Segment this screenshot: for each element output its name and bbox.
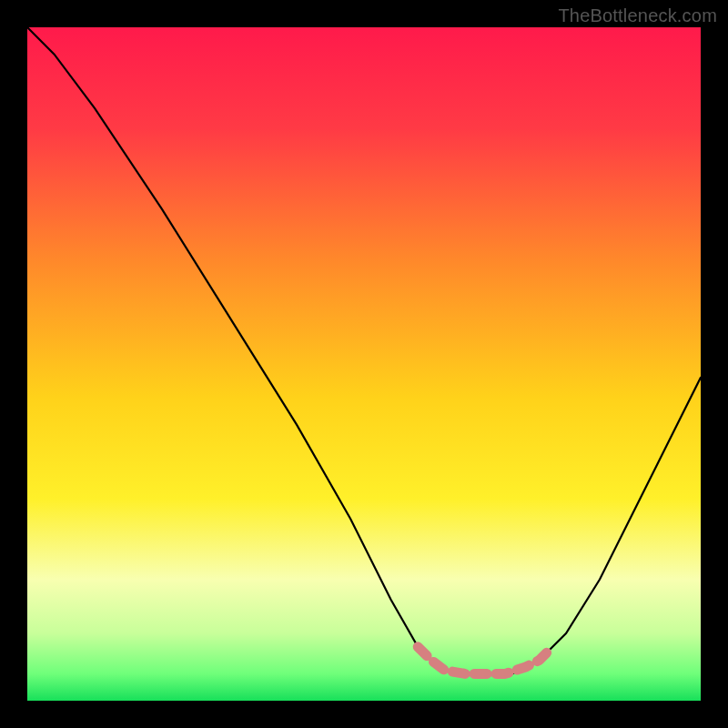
plot-area [27,27,701,701]
chart-svg [27,27,701,701]
watermark-text: TheBottleneck.com [558,5,717,26]
gradient-background [27,27,701,701]
chart-frame: TheBottleneck.com [0,0,728,728]
